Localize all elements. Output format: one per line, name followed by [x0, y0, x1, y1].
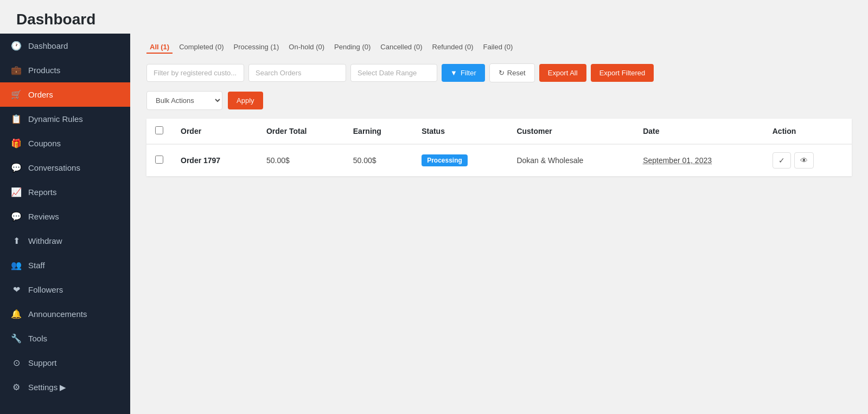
- sidebar-item-label: Coupons: [28, 139, 61, 148]
- orders-icon: 🛒: [11, 89, 22, 100]
- table-row: Order 1797 50.00$ 50.00$ Processing Doka…: [146, 144, 852, 176]
- export-filtered-button[interactable]: Export Filtered: [591, 64, 654, 82]
- dashboard-icon: 🕐: [11, 41, 22, 51]
- tools-icon: 🔧: [11, 333, 22, 344]
- col-order-total: Order Total: [258, 119, 344, 144]
- row-customer: Dokan & Wholesale: [508, 144, 634, 176]
- sidebar-item-label: Staff: [28, 261, 45, 270]
- row-earning: 50.00$: [344, 144, 413, 176]
- withdraw-icon: ⬆: [11, 236, 22, 246]
- row-checkbox-cell: [146, 144, 172, 176]
- view-order-button[interactable]: 👁: [794, 152, 814, 169]
- sidebar-item-label: Followers: [28, 285, 63, 294]
- sidebar-item-label: Orders: [28, 90, 53, 99]
- tab-pending[interactable]: Pending (0): [331, 41, 374, 54]
- coupons-icon: 🎁: [11, 138, 22, 148]
- dynamic-rules-icon: 📋: [11, 114, 22, 124]
- announcements-icon: 🔔: [11, 309, 22, 319]
- sidebar-item-orders[interactable]: 🛒 Orders: [0, 82, 130, 107]
- reports-icon: 📈: [11, 187, 22, 197]
- conversations-icon: 💬: [11, 163, 22, 173]
- orders-table: Order Order Total Earning Status Custome…: [146, 119, 852, 176]
- staff-icon: 👥: [11, 260, 22, 270]
- col-date: Date: [634, 119, 764, 144]
- sidebar-item-settings[interactable]: ⚙ Settings ▶: [0, 375, 130, 399]
- tab-refunded[interactable]: Refunded (0): [429, 41, 477, 54]
- col-order: Order: [172, 119, 258, 144]
- support-icon: ⊙: [11, 358, 22, 368]
- reset-button[interactable]: ↺ Reset: [489, 63, 535, 82]
- sidebar-item-reviews[interactable]: 💬 Reviews: [0, 204, 130, 229]
- row-status: Processing: [413, 144, 508, 176]
- tab-completed[interactable]: Completed (0): [176, 41, 227, 54]
- sidebar-item-label: Reviews: [28, 212, 59, 221]
- action-buttons: ✓ 👁: [773, 152, 843, 169]
- select-all-checkbox[interactable]: [155, 126, 163, 134]
- tab-failed[interactable]: Failed (0): [480, 41, 516, 54]
- col-action: Action: [764, 119, 852, 144]
- approve-order-button[interactable]: ✓: [773, 152, 791, 169]
- sidebar-item-coupons[interactable]: 🎁 Coupons: [0, 131, 130, 156]
- col-earning: Earning: [344, 119, 413, 144]
- tab-all[interactable]: All (1): [146, 41, 173, 54]
- sidebar-item-withdraw[interactable]: ⬆ Withdraw: [0, 229, 130, 253]
- sidebar-item-label: Reports: [28, 187, 57, 197]
- sidebar-item-support[interactable]: ⊙ Support: [0, 351, 130, 375]
- products-icon: 💼: [11, 65, 22, 75]
- sidebar-item-conversations[interactable]: 💬 Conversations: [0, 156, 130, 180]
- customer-filter-input[interactable]: [146, 64, 244, 82]
- sidebar-item-label: Tools: [28, 334, 47, 343]
- sidebar-item-label: Conversations: [28, 163, 80, 172]
- sidebar-item-label: Dynamic Rules: [28, 114, 83, 124]
- row-order-total: 50.00$: [258, 144, 344, 176]
- sidebar-item-dashboard[interactable]: 🕐 Dashboard: [0, 34, 130, 58]
- filter-button[interactable]: ▼ Filter: [442, 64, 485, 82]
- bulk-actions-row: Bulk Actions Apply: [146, 91, 852, 110]
- tab-on-hold[interactable]: On-hold (0): [285, 41, 328, 54]
- sidebar: 🕐 Dashboard 💼 Products 🛒 Orders 📋 Dynami…: [0, 34, 130, 414]
- apply-button[interactable]: Apply: [228, 92, 263, 109]
- status-tabs: All (1) Completed (0) Processing (1) On-…: [146, 34, 852, 54]
- sidebar-item-products[interactable]: 💼 Products: [0, 58, 130, 82]
- row-date: September 01, 2023: [634, 144, 764, 176]
- tab-processing[interactable]: Processing (1): [231, 41, 283, 54]
- col-customer: Customer: [508, 119, 634, 144]
- row-action: ✓ 👁: [764, 144, 852, 176]
- export-all-button[interactable]: Export All: [539, 64, 586, 82]
- sidebar-item-staff[interactable]: 👥 Staff: [0, 253, 130, 277]
- row-select-checkbox[interactable]: [155, 156, 163, 164]
- filter-icon: ▼: [450, 69, 457, 77]
- sidebar-item-followers[interactable]: ❤ Followers: [0, 277, 130, 302]
- sidebar-item-label: Dashboard: [28, 41, 68, 50]
- select-all-header: [146, 119, 172, 144]
- settings-icon: ⚙: [11, 382, 22, 392]
- sidebar-item-reports[interactable]: 📈 Reports: [0, 180, 130, 204]
- main-content: All (1) Completed (0) Processing (1) On-…: [130, 34, 868, 414]
- date-range-input[interactable]: [350, 64, 437, 82]
- reviews-icon: 💬: [11, 211, 22, 222]
- search-orders-input[interactable]: [248, 64, 346, 82]
- sidebar-item-dynamic-rules[interactable]: 📋 Dynamic Rules: [0, 107, 130, 131]
- followers-icon: ❤: [11, 284, 22, 295]
- tab-cancelled[interactable]: Cancelled (0): [377, 41, 425, 54]
- sidebar-item-label: Settings ▶: [28, 383, 66, 392]
- filters-row: ▼ Filter ↺ Reset Export All Export Filte…: [146, 63, 852, 82]
- row-order-name: Order 1797: [172, 144, 258, 176]
- sidebar-item-label: Products: [28, 66, 60, 75]
- page-title: Dashboard: [16, 11, 852, 28]
- sidebar-item-label: Announcements: [28, 309, 87, 319]
- sidebar-item-label: Support: [28, 358, 57, 367]
- sidebar-item-label: Withdraw: [28, 236, 62, 245]
- sidebar-item-tools[interactable]: 🔧 Tools: [0, 326, 130, 351]
- col-status: Status: [413, 119, 508, 144]
- bulk-actions-select[interactable]: Bulk Actions: [146, 91, 222, 110]
- sidebar-item-announcements[interactable]: 🔔 Announcements: [0, 302, 130, 326]
- reset-icon: ↺: [499, 69, 505, 77]
